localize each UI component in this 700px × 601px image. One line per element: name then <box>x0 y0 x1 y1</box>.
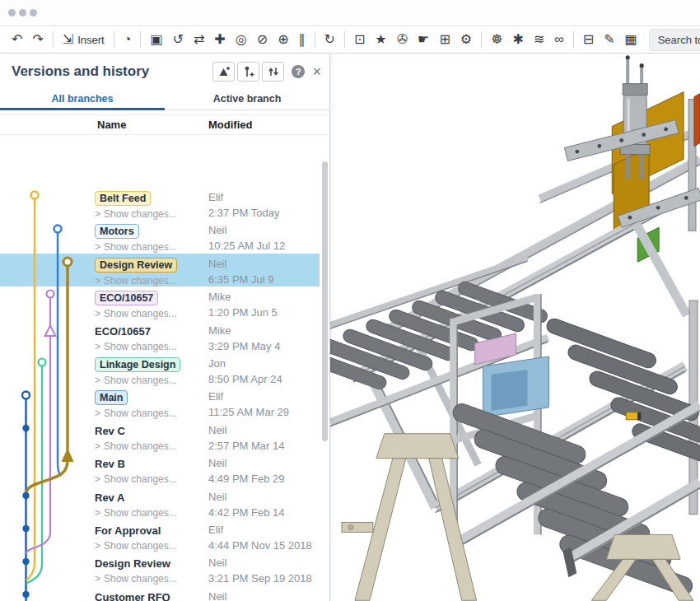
branch-node-motors[interactable] <box>54 226 62 233</box>
create-branch-button[interactable] <box>237 62 259 82</box>
transform-button[interactable]: ⊡ <box>351 30 368 49</box>
branch-badge[interactable]: Motors <box>95 224 139 239</box>
show-changes-link[interactable]: >Show changes... <box>95 408 208 419</box>
show-changes-link[interactable]: >Show changes... <box>95 208 208 220</box>
3d-viewport[interactable] <box>330 54 700 601</box>
version-node-for-approval[interactable] <box>22 525 29 532</box>
conveyor-assembly-model[interactable] <box>330 54 700 601</box>
redo-button[interactable]: ↷ <box>29 30 46 49</box>
window-dot-1[interactable] <box>8 9 16 16</box>
version-name[interactable]: Design Review <box>95 557 170 570</box>
branch-node-design-review[interactable] <box>63 258 72 266</box>
version-name[interactable]: Rev A <box>95 492 124 504</box>
tab-active-branch[interactable]: Active branch <box>165 88 329 109</box>
redo-icon: ↷ <box>32 32 43 47</box>
left-support-legs[interactable] <box>342 434 477 601</box>
branch-node-main[interactable] <box>22 392 30 399</box>
version-row[interactable]: Belt Feed>Show changes...Elif2:37 PM Tod… <box>0 187 320 220</box>
version-row[interactable]: Design Review>Show changes...Neil3:21 PM… <box>0 552 320 585</box>
close-panel-button[interactable]: × <box>312 65 321 78</box>
show-changes-link[interactable]: >Show changes... <box>95 275 208 287</box>
blue-block[interactable] <box>483 356 549 417</box>
version-name[interactable]: ECO/10657 <box>95 325 151 338</box>
yellow-sensor[interactable] <box>626 412 639 420</box>
cylindrical-mate-button[interactable]: ⊕ <box>274 30 292 49</box>
version-row[interactable]: Rev A>Show changes...Neil4:42 PM Feb 14 <box>0 487 320 519</box>
tab-all-branches[interactable]: All branches <box>0 88 165 109</box>
gear-relation-button[interactable]: ☸ <box>488 30 506 49</box>
version-row[interactable]: Motors>Show changes...Neil10:25 AM Jul 1… <box>0 220 320 253</box>
spring-button[interactable]: ≋ <box>530 30 548 49</box>
version-row[interactable]: For Approval>Show changes...Elif4:44 PM … <box>0 519 320 552</box>
planar-mate-button[interactable]: ✚ <box>211 30 228 49</box>
cam-relation-button[interactable]: ✱ <box>510 30 527 49</box>
branch-badge[interactable]: Main <box>95 390 128 405</box>
version-node-customer-rfq[interactable] <box>22 591 29 598</box>
compare-button[interactable] <box>262 62 284 82</box>
belt-relation-icon: ∞ <box>554 32 563 47</box>
branch-badge[interactable]: Belt Feed <box>95 191 151 206</box>
scrollbar-thumb[interactable] <box>322 161 328 441</box>
version-name[interactable]: Rev B <box>95 458 125 470</box>
belt-relation-button[interactable]: ∞ <box>551 30 567 49</box>
exploded-view-button[interactable]: ⊟ <box>580 30 597 49</box>
insert-button[interactable]: ⇲Insert <box>59 30 108 49</box>
panel-scrollbar[interactable] <box>322 161 328 601</box>
history-button[interactable]: ◔ <box>120 30 135 49</box>
pink-block[interactable] <box>475 333 516 365</box>
rotate-button[interactable]: ↻ <box>321 30 338 49</box>
version-node-design-review[interactable] <box>22 558 29 565</box>
pattern-button[interactable]: ⊞ <box>436 30 453 49</box>
version-row[interactable]: Main>Show changes...Elif11:25 AM Mar 29 <box>0 386 320 419</box>
show-changes-link[interactable]: >Show changes... <box>95 473 208 485</box>
show-changes-link[interactable]: >Show changes... <box>95 573 208 585</box>
branch-node-belt-feed[interactable] <box>31 192 39 199</box>
show-changes-link[interactable]: >Show changes... <box>95 241 208 253</box>
quick-tools-button[interactable]: ★ <box>371 30 390 49</box>
show-changes-link[interactable]: >Show changes... <box>95 341 208 352</box>
version-row[interactable]: Rev B>Show changes...Neil4:49 PM Feb 29 <box>0 453 320 486</box>
modified-time: 11:25 AM Mar 29 <box>208 406 289 418</box>
version-name[interactable]: Customer RFQ <box>95 591 170 601</box>
fastened-mate-button[interactable]: ▣ <box>147 30 166 49</box>
slider-mate-button[interactable]: ⇄ <box>190 30 208 49</box>
show-changes-label: Show changes... <box>104 341 177 352</box>
ball-mate-button[interactable]: ◎ <box>232 30 250 49</box>
revolute-mate-button[interactable]: ↺ <box>170 30 187 49</box>
branch-badge[interactable]: ECO/10657 <box>95 291 158 305</box>
orange-panel[interactable] <box>694 94 700 147</box>
parallel-mate-button[interactable]: ∥ <box>296 30 309 49</box>
window-dot-3[interactable] <box>30 9 37 16</box>
version-row[interactable]: Design Review>Show changes...Neil6:35 PM… <box>0 254 320 287</box>
bom-table-button[interactable]: ▦ <box>622 30 641 49</box>
version-name[interactable]: Rev C <box>95 425 125 437</box>
help-button[interactable]: ? <box>292 65 305 78</box>
show-changes-link[interactable]: >Show changes... <box>95 440 208 452</box>
show-changes-label: Show changes... <box>104 375 177 386</box>
version-row[interactable]: Customer RFQ>Show changes...Neil4:24 PM … <box>0 586 320 601</box>
branch-node-linkage[interactable] <box>39 359 46 366</box>
version-node-rev-a[interactable] <box>22 492 29 499</box>
version-node-rev-c[interactable] <box>22 425 29 431</box>
show-changes-link[interactable]: >Show changes... <box>95 308 208 319</box>
search-tools-input[interactable] <box>649 29 700 51</box>
drawing-button[interactable]: ✎ <box>600 30 618 49</box>
version-row[interactable]: Rev C>Show changes...Neil2:57 PM Mar 14 <box>0 420 320 453</box>
show-changes-link[interactable]: >Show changes... <box>95 540 208 552</box>
window-dot-2[interactable] <box>19 9 26 16</box>
toolbar-separator <box>53 31 54 48</box>
replicate-button[interactable]: ⚙ <box>457 30 475 49</box>
insert-fastener-button[interactable]: ✇ <box>394 30 411 49</box>
version-name[interactable]: For Approval <box>95 524 161 537</box>
create-version-button[interactable] <box>212 62 235 82</box>
show-changes-link[interactable]: >Show changes... <box>95 375 208 386</box>
modified-time: 6:35 PM Jul 9 <box>208 273 274 286</box>
undo-button[interactable]: ↶ <box>8 30 26 49</box>
version-row[interactable]: Linkage Design>Show changes...Jon8:50 PM… <box>0 353 320 386</box>
pin-slot-mate-button[interactable]: ⊘ <box>254 30 271 49</box>
drag-snap-button[interactable]: ☛ <box>414 30 432 49</box>
branch-node-eco[interactable] <box>47 291 54 298</box>
branch-badge[interactable]: Design Review <box>95 258 177 273</box>
branch-badge[interactable]: Linkage Design <box>95 357 180 372</box>
show-changes-link[interactable]: >Show changes... <box>95 507 208 519</box>
